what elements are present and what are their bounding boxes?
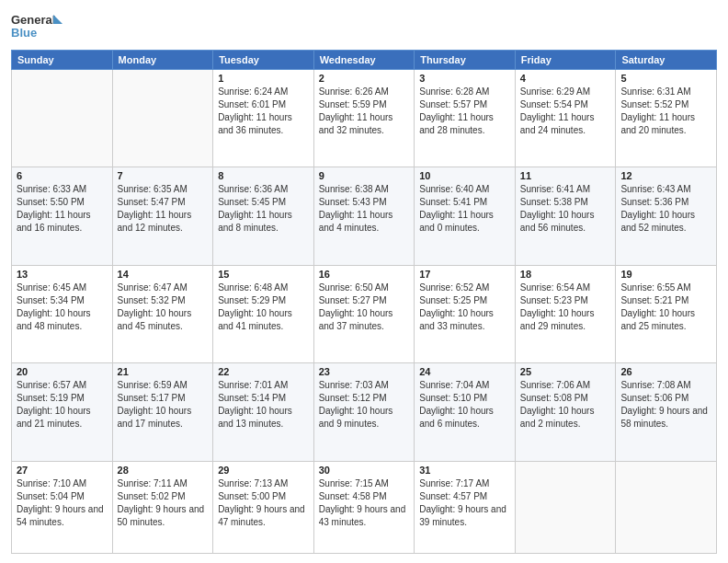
calendar-cell: 17Sunrise: 6:52 AM Sunset: 5:25 PM Dayli… [415, 265, 516, 362]
day-info: Sunrise: 7:15 AM Sunset: 4:58 PM Dayligh… [319, 477, 410, 529]
day-info: Sunrise: 6:33 AM Sunset: 5:50 PM Dayligh… [17, 183, 108, 235]
day-number: 30 [319, 465, 410, 476]
week-row-1: 1Sunrise: 6:24 AM Sunset: 6:01 PM Daylig… [12, 70, 717, 167]
weekday-header-row: SundayMondayTuesdayWednesdayThursdayFrid… [12, 51, 717, 70]
day-info: Sunrise: 7:13 AM Sunset: 5:00 PM Dayligh… [218, 477, 309, 529]
day-info: Sunrise: 7:10 AM Sunset: 5:04 PM Dayligh… [17, 477, 108, 529]
day-number: 14 [118, 269, 209, 280]
calendar-cell: 30Sunrise: 7:15 AM Sunset: 4:58 PM Dayli… [313, 461, 415, 553]
day-number: 27 [17, 465, 108, 476]
day-number: 9 [319, 170, 410, 181]
day-number: 19 [620, 269, 711, 280]
weekday-header-friday: Friday [515, 51, 616, 70]
day-info: Sunrise: 6:35 AM Sunset: 5:47 PM Dayligh… [118, 183, 209, 235]
day-number: 8 [218, 170, 309, 181]
weekday-header-tuesday: Tuesday [213, 51, 314, 70]
svg-text:General: General [11, 13, 55, 27]
calendar-cell: 25Sunrise: 7:06 AM Sunset: 5:08 PM Dayli… [515, 363, 616, 461]
calendar-cell: 4Sunrise: 6:29 AM Sunset: 5:54 PM Daylig… [515, 70, 616, 167]
calendar-cell: 11Sunrise: 6:41 AM Sunset: 5:38 PM Dayli… [515, 167, 616, 265]
calendar-cell: 1Sunrise: 6:24 AM Sunset: 6:01 PM Daylig… [213, 70, 314, 167]
calendar-cell [515, 461, 616, 553]
day-number: 5 [620, 73, 711, 84]
day-info: Sunrise: 6:48 AM Sunset: 5:29 PM Dayligh… [218, 282, 309, 333]
day-number: 25 [520, 366, 611, 377]
day-number: 20 [17, 366, 108, 377]
day-info: Sunrise: 6:31 AM Sunset: 5:52 PM Dayligh… [620, 86, 711, 137]
day-number: 3 [419, 73, 510, 84]
calendar-cell: 12Sunrise: 6:43 AM Sunset: 5:36 PM Dayli… [616, 167, 717, 265]
day-number: 18 [520, 269, 611, 280]
day-info: Sunrise: 6:40 AM Sunset: 5:41 PM Dayligh… [419, 183, 510, 235]
day-number: 26 [620, 366, 711, 377]
calendar-cell: 23Sunrise: 7:03 AM Sunset: 5:12 PM Dayli… [313, 363, 415, 461]
calendar-cell [12, 70, 113, 167]
weekday-header-thursday: Thursday [415, 51, 516, 70]
day-number: 6 [17, 170, 108, 181]
calendar-cell: 3Sunrise: 6:28 AM Sunset: 5:57 PM Daylig… [415, 70, 516, 167]
weekday-header-monday: Monday [112, 51, 213, 70]
day-number: 16 [319, 269, 410, 280]
day-info: Sunrise: 7:03 AM Sunset: 5:12 PM Dayligh… [319, 379, 410, 431]
calendar-cell: 6Sunrise: 6:33 AM Sunset: 5:50 PM Daylig… [12, 167, 113, 265]
day-number: 7 [118, 170, 209, 181]
calendar-cell: 29Sunrise: 7:13 AM Sunset: 5:00 PM Dayli… [213, 461, 314, 553]
day-info: Sunrise: 7:06 AM Sunset: 5:08 PM Dayligh… [520, 379, 611, 431]
calendar-table: SundayMondayTuesdayWednesdayThursdayFrid… [11, 50, 717, 554]
day-info: Sunrise: 6:41 AM Sunset: 5:38 PM Dayligh… [520, 183, 611, 235]
day-number: 21 [118, 366, 209, 377]
day-info: Sunrise: 6:55 AM Sunset: 5:21 PM Dayligh… [620, 282, 711, 333]
calendar-cell: 16Sunrise: 6:50 AM Sunset: 5:27 PM Dayli… [313, 265, 415, 362]
calendar-cell: 5Sunrise: 6:31 AM Sunset: 5:52 PM Daylig… [616, 70, 717, 167]
calendar-cell: 24Sunrise: 7:04 AM Sunset: 5:10 PM Dayli… [415, 363, 516, 461]
calendar-cell: 19Sunrise: 6:55 AM Sunset: 5:21 PM Dayli… [616, 265, 717, 362]
header: GeneralBlue [11, 9, 717, 42]
calendar-cell: 18Sunrise: 6:54 AM Sunset: 5:23 PM Dayli… [515, 265, 616, 362]
day-info: Sunrise: 6:26 AM Sunset: 5:59 PM Dayligh… [319, 86, 410, 137]
calendar-cell: 14Sunrise: 6:47 AM Sunset: 5:32 PM Dayli… [112, 265, 213, 362]
page: GeneralBlue SundayMondayTuesdayWednesday… [0, 0, 728, 563]
calendar-cell: 28Sunrise: 7:11 AM Sunset: 5:02 PM Dayli… [112, 461, 213, 553]
day-info: Sunrise: 7:11 AM Sunset: 5:02 PM Dayligh… [118, 477, 209, 529]
svg-marker-2 [53, 15, 63, 24]
day-info: Sunrise: 6:38 AM Sunset: 5:43 PM Dayligh… [319, 183, 410, 235]
calendar-cell: 26Sunrise: 7:08 AM Sunset: 5:06 PM Dayli… [616, 363, 717, 461]
calendar-cell [112, 70, 213, 167]
day-info: Sunrise: 6:47 AM Sunset: 5:32 PM Dayligh… [118, 282, 209, 333]
day-info: Sunrise: 6:54 AM Sunset: 5:23 PM Dayligh… [520, 282, 611, 333]
day-number: 12 [620, 170, 711, 181]
day-info: Sunrise: 6:59 AM Sunset: 5:17 PM Dayligh… [118, 379, 209, 431]
day-info: Sunrise: 6:57 AM Sunset: 5:19 PM Dayligh… [17, 379, 108, 431]
calendar-cell: 22Sunrise: 7:01 AM Sunset: 5:14 PM Dayli… [213, 363, 314, 461]
day-info: Sunrise: 6:24 AM Sunset: 6:01 PM Dayligh… [218, 86, 309, 137]
day-info: Sunrise: 6:28 AM Sunset: 5:57 PM Dayligh… [419, 86, 510, 137]
calendar-cell: 2Sunrise: 6:26 AM Sunset: 5:59 PM Daylig… [313, 70, 415, 167]
calendar-cell: 20Sunrise: 6:57 AM Sunset: 5:19 PM Dayli… [12, 363, 113, 461]
day-info: Sunrise: 6:29 AM Sunset: 5:54 PM Dayligh… [520, 86, 611, 137]
day-number: 17 [419, 269, 510, 280]
calendar-cell: 10Sunrise: 6:40 AM Sunset: 5:41 PM Dayli… [415, 167, 516, 265]
day-number: 28 [118, 465, 209, 476]
day-number: 23 [319, 366, 410, 377]
day-number: 10 [419, 170, 510, 181]
day-info: Sunrise: 6:45 AM Sunset: 5:34 PM Dayligh… [17, 282, 108, 333]
logo: GeneralBlue [11, 9, 66, 42]
day-number: 29 [218, 465, 309, 476]
calendar-cell: 13Sunrise: 6:45 AM Sunset: 5:34 PM Dayli… [12, 265, 113, 362]
day-number: 31 [419, 465, 510, 476]
week-row-5: 27Sunrise: 7:10 AM Sunset: 5:04 PM Dayli… [12, 461, 717, 553]
week-row-4: 20Sunrise: 6:57 AM Sunset: 5:19 PM Dayli… [12, 363, 717, 461]
calendar-cell: 15Sunrise: 6:48 AM Sunset: 5:29 PM Dayli… [213, 265, 314, 362]
week-row-2: 6Sunrise: 6:33 AM Sunset: 5:50 PM Daylig… [12, 167, 717, 265]
weekday-header-sunday: Sunday [12, 51, 113, 70]
day-number: 22 [218, 366, 309, 377]
day-info: Sunrise: 7:04 AM Sunset: 5:10 PM Dayligh… [419, 379, 510, 431]
day-info: Sunrise: 6:43 AM Sunset: 5:36 PM Dayligh… [620, 183, 711, 235]
week-row-3: 13Sunrise: 6:45 AM Sunset: 5:34 PM Dayli… [12, 265, 717, 362]
day-number: 15 [218, 269, 309, 280]
day-info: Sunrise: 6:36 AM Sunset: 5:45 PM Dayligh… [218, 183, 309, 235]
calendar-cell: 8Sunrise: 6:36 AM Sunset: 5:45 PM Daylig… [213, 167, 314, 265]
day-number: 4 [520, 73, 611, 84]
day-info: Sunrise: 7:08 AM Sunset: 5:06 PM Dayligh… [620, 379, 711, 431]
day-number: 13 [17, 269, 108, 280]
